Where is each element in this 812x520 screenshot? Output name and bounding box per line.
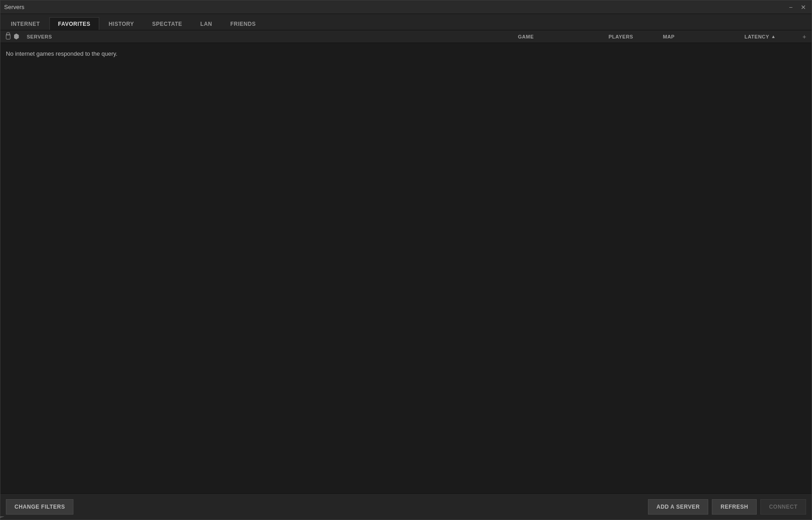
tab-lan[interactable]: LAN <box>192 17 221 30</box>
table-header: SERVERS GAME PLAYERS MAP LATENCY ▲ + <box>0 30 812 43</box>
minimize-button[interactable]: − <box>786 3 795 12</box>
tab-history[interactable]: HISTORY <box>100 17 143 30</box>
tab-favorites[interactable]: FAVORITES <box>49 17 99 30</box>
column-latency-header[interactable]: LATENCY ▲ <box>744 34 799 39</box>
connect-button[interactable]: CONNECT <box>760 499 806 515</box>
resize-grip-line-3 <box>0 517 1 518</box>
shield-icon <box>14 34 19 39</box>
window-controls: − ✕ <box>786 3 808 12</box>
column-map-header[interactable]: MAP <box>663 34 744 39</box>
shield-column-icon <box>13 34 19 40</box>
sort-arrow-icon: ▲ <box>771 34 776 39</box>
server-browser-window: Servers − ✕ INTERNET FAVORITES HISTORY S… <box>0 0 812 520</box>
window-title: Servers <box>4 4 24 10</box>
tab-spectate[interactable]: SPECTATE <box>144 17 191 30</box>
footer-left-section: CHANGE FILTERS <box>6 499 73 515</box>
add-server-button[interactable]: ADD A SERVER <box>648 499 709 515</box>
column-servers-header[interactable]: SERVERS <box>25 34 518 39</box>
title-bar: Servers − ✕ <box>0 0 812 14</box>
empty-state-message: No internet games responded to the query… <box>0 43 812 64</box>
lock-column-icon <box>5 34 11 40</box>
tabs-bar: INTERNET FAVORITES HISTORY SPECTATE LAN … <box>0 14 812 30</box>
footer-bar: CHANGE FILTERS ADD A SERVER REFRESH CONN… <box>0 493 812 520</box>
footer-right-section: ADD A SERVER REFRESH CONNECT <box>648 499 806 515</box>
close-button[interactable]: ✕ <box>799 3 808 12</box>
tab-friends[interactable]: FRIENDS <box>222 17 264 30</box>
tab-internet[interactable]: INTERNET <box>2 17 48 30</box>
column-game-header[interactable]: GAME <box>518 34 609 39</box>
server-list-area: No internet games responded to the query… <box>0 43 812 493</box>
column-players-header[interactable]: PLAYERS <box>609 34 663 39</box>
column-icons <box>2 34 25 40</box>
change-filters-button[interactable]: CHANGE FILTERS <box>6 499 73 515</box>
add-column-button[interactable]: + <box>799 33 810 40</box>
refresh-button[interactable]: REFRESH <box>712 499 757 515</box>
lock-icon <box>6 34 10 39</box>
